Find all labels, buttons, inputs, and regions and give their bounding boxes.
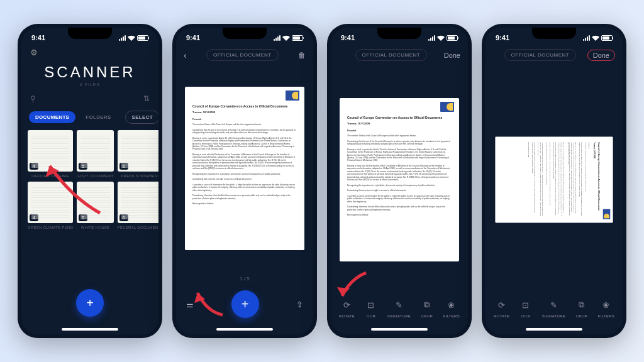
file-count: 6 FILES <box>21 82 158 87</box>
ocr-button[interactable]: ⊡OCR <box>518 297 533 318</box>
doc-thumb[interactable]: 6FEDERAL DOCUMENTS <box>118 182 158 229</box>
filters-button[interactable]: ❀FILTERS <box>598 297 614 318</box>
select-button[interactable]: SELECT <box>125 111 158 124</box>
trash-icon[interactable]: 🗑 <box>298 51 306 60</box>
home-indicator <box>216 328 273 331</box>
doc-thumb[interactable]: 5WHITE HOUSE <box>77 182 114 229</box>
battery-icon <box>292 35 303 41</box>
crop-icon: ⧉ <box>574 297 589 312</box>
document-grid: 4OFFICIAL DOCUME 5GOVT. DOCUMENT 6PRESS … <box>21 130 158 229</box>
tab-folders[interactable]: FOLDERS <box>79 111 117 123</box>
crop-icon: ⧉ <box>419 297 435 312</box>
signal-icon <box>119 35 126 41</box>
app-title: SCANNER <box>21 63 158 81</box>
signal-icon <box>274 35 280 41</box>
rotate-button[interactable]: ⟳ROTATE <box>339 297 355 318</box>
status-time: 9:41 <box>186 34 200 41</box>
rotate-icon: ⟳ <box>340 297 355 312</box>
coe-logo-icon <box>286 90 299 101</box>
phone-frame-2: 9:41 ‹ OFFICIAL DOCUMENT 🗑 Council of Eu… <box>172 24 317 338</box>
share-icon[interactable]: ⇪ <box>296 300 303 309</box>
ocr-icon: ⊡ <box>518 297 533 312</box>
document-preview[interactable]: Council of Europe Convention on Access t… <box>176 65 313 272</box>
notch <box>377 28 421 39</box>
phone-frame-4: 9:41 OFFICIAL DOCUMENT Done Council of E… <box>482 24 626 338</box>
gear-icon[interactable]: ⚙ <box>30 48 38 57</box>
phone-frame-1: 9:41 ⚙ SCANNER 6 FILES ⚲ ⇅ DOCUMENTS FOL… <box>18 24 162 338</box>
document-preview[interactable]: Council of Europe Convention on Access t… <box>331 65 468 295</box>
signature-icon: ✎ <box>391 297 406 312</box>
battery-icon <box>601 35 613 41</box>
status-time: 9:41 <box>496 34 509 41</box>
document-title-pill[interactable]: OFFICIAL DOCUMENT <box>504 49 577 61</box>
adjust-icon[interactable]: ⚌ <box>186 300 194 309</box>
doc-thumb[interactable]: 6PRESS STATEMENT <box>118 130 158 178</box>
sort-icon[interactable]: ⇅ <box>143 94 150 103</box>
doc-thumb[interactable]: 5GOVT. DOCUMENT <box>77 130 114 178</box>
notch <box>68 28 112 39</box>
page-indicator: 1 / 5 <box>176 272 313 285</box>
add-button[interactable]: + <box>76 289 104 317</box>
doc-thumb[interactable]: 4OFFICIAL DOCUME <box>28 130 73 178</box>
crop-button[interactable]: ⧉CROP <box>574 297 589 318</box>
done-button-highlighted[interactable]: Done <box>587 50 615 61</box>
home-indicator <box>371 328 428 331</box>
filters-button[interactable]: ❀FILTERS <box>443 297 460 318</box>
signature-button[interactable]: ✎SIGNATURE <box>387 297 411 318</box>
document-title-pill[interactable]: OFFICIAL DOCUMENT <box>355 49 428 61</box>
rotate-icon: ⟳ <box>494 297 509 312</box>
battery-icon <box>137 35 148 41</box>
doc-thumb[interactable]: 4GREEN CLIMATE FUND <box>28 182 73 229</box>
wifi-icon <box>128 35 135 41</box>
search-icon[interactable]: ⚲ <box>30 94 36 103</box>
phone-frame-3: 9:41 OFFICIAL DOCUMENT Done Council of E… <box>327 24 472 338</box>
notch <box>223 28 267 39</box>
ocr-button[interactable]: ⊡OCR <box>364 297 379 318</box>
signature-icon: ✎ <box>546 297 561 312</box>
filters-icon: ❀ <box>599 297 614 312</box>
document-title-pill[interactable]: OFFICIAL DOCUMENT <box>206 49 279 61</box>
battery-icon <box>447 35 458 41</box>
doc-heading: Council of Europe Convention on Access t… <box>192 104 297 109</box>
coe-logo-icon <box>440 102 454 112</box>
document-preview[interactable]: Council of Europe Convention on Access t… <box>486 65 623 295</box>
wifi-icon <box>592 35 599 41</box>
home-indicator <box>526 328 582 331</box>
signal-icon <box>428 35 435 41</box>
notch <box>532 28 576 39</box>
crop-button[interactable]: ⧉CROP <box>419 297 435 318</box>
wifi-icon <box>437 35 445 41</box>
tab-documents[interactable]: DOCUMENTS <box>29 111 75 123</box>
status-time: 9:41 <box>31 34 45 41</box>
ocr-icon: ⊡ <box>364 297 379 312</box>
rotate-button[interactable]: ⟳ROTATE <box>494 297 509 318</box>
filters-icon: ❀ <box>444 297 459 312</box>
done-button[interactable]: Done <box>444 52 460 59</box>
wifi-icon <box>282 35 290 41</box>
doc-subheading: Tromsø, 18.VI.2009 <box>192 111 297 114</box>
signature-button[interactable]: ✎SIGNATURE <box>542 297 565 318</box>
add-button[interactable]: + <box>231 290 259 318</box>
home-indicator <box>62 328 118 331</box>
coe-logo-icon <box>603 209 611 219</box>
back-icon[interactable]: ‹ <box>184 50 187 60</box>
signal-icon <box>583 35 590 41</box>
status-time: 9:41 <box>341 34 355 41</box>
